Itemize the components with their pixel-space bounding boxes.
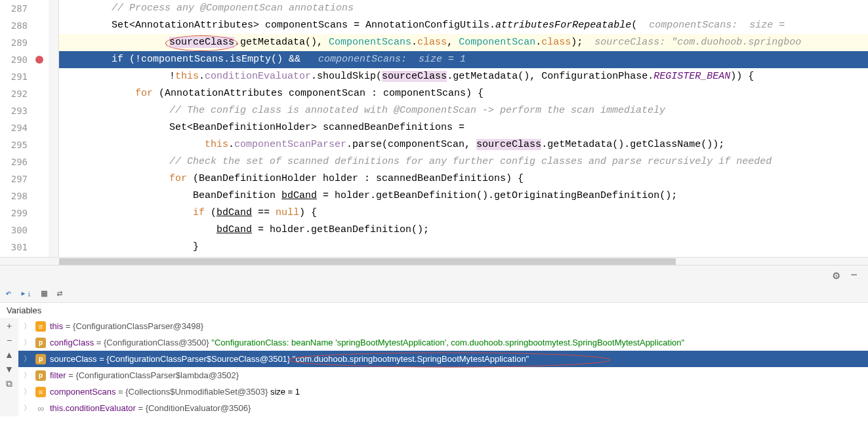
line-number[interactable]: 290 [0, 51, 28, 68]
variable-name: componentScans [50, 387, 115, 397]
table-icon[interactable]: ▦ [41, 287, 47, 300]
debug-toolbar: ↶ ▸ᵢ ▦ ⇄ [0, 285, 868, 303]
marker-column [33, 0, 49, 257]
code-text: !this.conditionEvaluator.shouldSkip(sour… [64, 71, 754, 82]
code-text: for (AnnotationAttributes componentScan … [64, 88, 484, 99]
code-text: Set<BeanDefinitionHolder> scannedBeanDef… [64, 122, 465, 133]
expand-icon[interactable]: 〉 [24, 354, 31, 364]
code-text: BeanDefinition bdCand = holder.getBeanDe… [64, 190, 677, 201]
variable-row-selected[interactable]: 〉 p sourceClass = {ConfigurationClassPar… [18, 351, 868, 367]
variable-type-icon: p [35, 338, 46, 348]
variable-name: filter [50, 370, 66, 380]
line-number[interactable]: 299 [0, 205, 28, 222]
code-text: for (BeanDefinitionHolder holder : scann… [64, 173, 524, 184]
breakpoint-icon[interactable] [35, 56, 43, 64]
line-number[interactable]: 298 [0, 187, 28, 205]
minus-icon[interactable]: − [845, 269, 863, 282]
variables-panel: Variables + − ▲ ▼ ⧉ 〉 ≡ this = {Configur… [0, 303, 868, 416]
code-text: // The config class is annotated with @C… [64, 105, 665, 116]
variable-name: this.conditionEvaluator [50, 403, 136, 413]
expand-icon[interactable]: 〉 [24, 370, 31, 380]
variable-row[interactable]: 〉 ≡ componentScans = {Collections$Unmodi… [18, 383, 868, 400]
line-number[interactable]: 296 [0, 153, 28, 170]
down-icon[interactable]: ▼ [5, 364, 14, 374]
variable-value: = {ConfigurationClassParser$lambda@3502} [66, 370, 239, 380]
variable-type-icon: p [35, 354, 46, 364]
variable-value: = {ConfigurationClass@3500} [94, 338, 211, 347]
code-text: this.componentScanParser.parse(component… [64, 139, 724, 150]
code-text: // Process any @ComponentScan annotation… [64, 3, 354, 14]
line-number[interactable]: 287 [0, 0, 28, 17]
scrollbar-thumb[interactable] [59, 258, 676, 265]
variable-value: = {ConfigurationClassParser$SourceClass@… [97, 354, 293, 364]
line-number[interactable]: 292 [0, 85, 28, 102]
up-icon[interactable]: ▲ [5, 349, 14, 360]
code-text: if (!componentScans.isEmpty() && compone… [64, 54, 466, 65]
variable-string: "com.duohoob.springbootmytest.SpringBoot… [293, 354, 529, 364]
line-number[interactable]: 294 [0, 119, 28, 136]
variable-value: = {Collections$UnmodifiableSet@3503} [115, 387, 270, 397]
variable-string: "ConfigurationClass: beanName 'springBoo… [211, 338, 684, 347]
variable-row[interactable]: 〉 ≡ this = {ConfigurationClassParser@349… [18, 318, 868, 334]
variable-value: = {ConfigurationClassParser@3498} [63, 321, 203, 331]
expand-icon[interactable]: 〉 [24, 338, 31, 347]
line-number-gutter: 287 288 289 290 291 292 293 294 295 296 … [0, 0, 33, 257]
variable-type-icon: ≡ [35, 387, 46, 397]
code-text: if (bdCand == null) { [64, 207, 317, 218]
variable-row[interactable]: 〉 ∞ this.conditionEvaluator = {Condition… [18, 400, 868, 416]
reset-icon[interactable]: ↶ [5, 287, 11, 300]
variable-row[interactable]: 〉 p filter = {ConfigurationClassParser$l… [18, 367, 868, 383]
code-text: bdCand = holder.getBeanDefinition(); [64, 224, 429, 235]
variable-value: = {ConditionEvaluator@3506} [136, 403, 251, 413]
variable-type-icon: p [35, 370, 46, 381]
code-text: sourceClass.getMetadata(), ComponentScan… [64, 37, 801, 48]
line-number[interactable]: 300 [0, 222, 28, 239]
variable-row[interactable]: 〉 p configClass = {ConfigurationClass@35… [18, 334, 868, 351]
filter-icon[interactable]: ⇄ [56, 287, 62, 300]
expand-icon[interactable]: 〉 [24, 387, 31, 397]
cursor-icon[interactable]: ▸ᵢ [20, 287, 32, 300]
horizontal-scrollbar[interactable] [0, 257, 868, 265]
variable-type-icon: ∞ [35, 403, 46, 414]
expand-icon[interactable]: 〉 [24, 403, 31, 413]
editor-statusbar: ⚙ − [0, 265, 868, 285]
remove-icon[interactable]: − [7, 335, 12, 345]
line-number[interactable]: 301 [0, 239, 28, 256]
variables-label: Variables [0, 303, 868, 318]
code-text: // Check the set of scanned definitions … [64, 156, 772, 167]
line-number[interactable]: 295 [0, 136, 28, 153]
gear-icon[interactable]: ⚙ [827, 268, 845, 283]
variable-name: configClass [50, 338, 94, 347]
fold-column [49, 0, 59, 257]
variables-tree[interactable]: 〉 ≡ this = {ConfigurationClassParser@349… [18, 318, 868, 416]
expand-icon[interactable]: 〉 [24, 321, 31, 331]
variable-name: this [50, 321, 63, 331]
line-number[interactable]: 288 [0, 17, 28, 34]
line-number[interactable]: 289 [0, 34, 28, 51]
add-icon[interactable]: + [7, 321, 12, 331]
code-text: Set<AnnotationAttributes> componentScans… [64, 20, 785, 31]
line-number[interactable]: 297 [0, 170, 28, 187]
code-content[interactable]: // Process any @ComponentScan annotation… [59, 0, 868, 257]
copy-icon[interactable]: ⧉ [6, 378, 12, 389]
line-number[interactable]: 293 [0, 102, 28, 119]
variable-size: size = 1 [270, 387, 300, 397]
variable-name: sourceClass [50, 354, 97, 364]
code-text: } [64, 241, 199, 252]
line-number[interactable]: 291 [0, 68, 28, 85]
editor-area: 287 288 289 290 291 292 293 294 295 296 … [0, 0, 868, 257]
variables-gutter: + − ▲ ▼ ⧉ [0, 318, 18, 416]
variable-type-icon: ≡ [35, 321, 46, 332]
